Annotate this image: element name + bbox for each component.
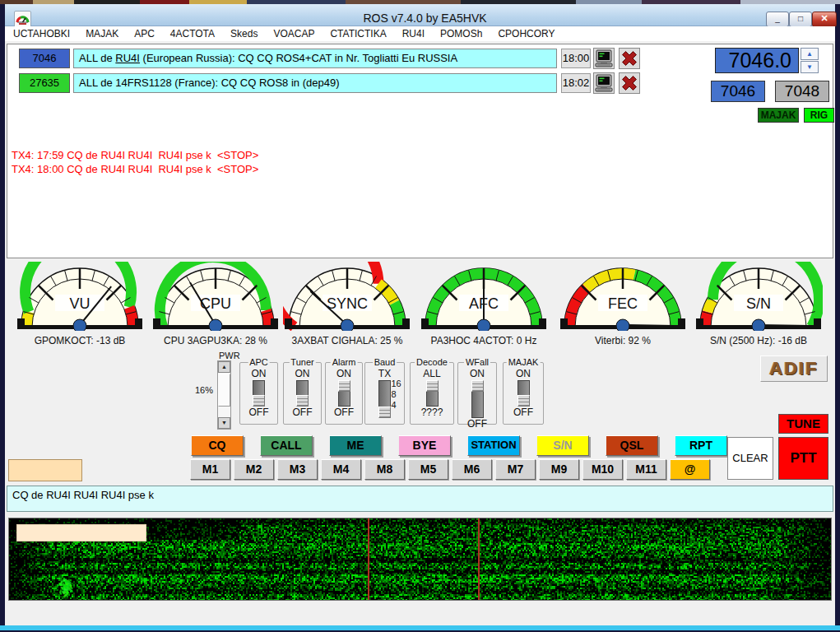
frequency-display[interactable]: 7046.0	[715, 48, 799, 73]
rx-message-row: 27635ALL de 14FRS1128 (France): CQ CQ RO…	[19, 73, 628, 93]
pwr-down-arrow[interactable]: ▼	[218, 417, 230, 429]
toggle-switch-baud[interactable]	[378, 380, 391, 418]
frequency-down-spinner[interactable]: ▼	[801, 61, 819, 73]
gauge-label: 3AXBAT CIGHALA: 25 %	[283, 335, 411, 346]
toggle-top-label: ON	[284, 368, 321, 379]
memory-button-m7[interactable]: M7	[495, 459, 536, 480]
ptt-button[interactable]: PTT	[778, 437, 828, 480]
macro-button-me[interactable]: ME	[329, 435, 382, 456]
close-button[interactable]: ✕	[812, 12, 837, 27]
delete-button[interactable]	[619, 72, 640, 94]
pwr-up-arrow[interactable]: ▲	[218, 361, 230, 373]
toggle-group-majak: MAJAKONOFF	[503, 362, 544, 425]
memory-button-m9[interactable]: M9	[539, 459, 579, 480]
toggle-top-label: ON	[240, 368, 277, 379]
rx-message-row: 7046ALL de RU4I (European Russia): CQ CQ…	[19, 49, 628, 68]
svg-text:VU: VU	[69, 295, 90, 312]
macro-button-call[interactable]: CALL	[260, 435, 313, 456]
gauge-sn: S/NS/N (2500 Hz): -16 dB	[694, 262, 823, 346]
rx-message-time: 18:00	[561, 49, 591, 68]
toggle-top-label: ON	[326, 368, 362, 379]
toggle-top-label: TX	[365, 368, 404, 379]
macro-button-cq[interactable]: CQ	[191, 435, 244, 456]
toggle-switch-wfall[interactable]	[471, 380, 484, 418]
monitor-button[interactable]	[593, 72, 615, 94]
menu-item-cpohcory[interactable]: CPOHCORY	[498, 28, 555, 40]
rx-message-text[interactable]: ALL de RU4I (European Russia): CQ CQ ROS…	[73, 49, 557, 68]
gauge-label: Viterbi: 92 %	[559, 335, 687, 346]
toggle-switch-majak[interactable]	[517, 380, 530, 407]
tx-message-input[interactable]: CQ de RU4I RU4I RU4I pse k	[7, 486, 833, 512]
toggle-bottom-label: OFF	[284, 407, 321, 418]
memory-button-m5[interactable]: M5	[408, 459, 448, 480]
macro-button-qsl[interactable]: QSL	[606, 435, 658, 456]
toggle-top-label: ALL	[411, 368, 453, 379]
toggle-bottom-label: OFF	[240, 407, 277, 418]
tx-log-line: TX4: 17:59 CQ de RU4I RU4I RU4I pse k <S…	[12, 149, 258, 161]
menu-item-pomosh[interactable]: POMOSh	[440, 28, 482, 40]
svg-text:FEC: FEC	[608, 295, 638, 312]
memory-button-m8[interactable]: M8	[364, 459, 405, 480]
toggle-bottom-label: OFF	[458, 418, 496, 430]
toggle-switch-decode[interactable]	[426, 380, 439, 407]
toggle-group-title: MAJAK	[507, 357, 541, 367]
memory-button-@[interactable]: @	[670, 459, 710, 480]
memory-button-m3[interactable]: M3	[277, 459, 318, 480]
adif-button[interactable]: ADIF	[760, 356, 828, 382]
macro-button-bye[interactable]: BYE	[398, 435, 451, 456]
macro-button-sn[interactable]: S/N	[536, 435, 589, 456]
pwr-slider[interactable]: ▲ ▼	[217, 360, 231, 430]
title-bar[interactable]: ROS v7.4.0 by EA5HVK _ □ ✕	[5, 4, 835, 26]
toggle-switch-tuner[interactable]	[296, 380, 309, 407]
menu-item-apc[interactable]: APC	[134, 28, 155, 40]
clear-button[interactable]: CLEAR	[727, 437, 773, 480]
memory-button-m10[interactable]: M10	[582, 459, 623, 480]
menu-item-skeds[interactable]: Skeds	[230, 28, 258, 40]
frequency-up-spinner[interactable]: ▲	[801, 48, 819, 60]
toggle-group-title: APC	[248, 357, 270, 367]
entry-box[interactable]	[8, 459, 82, 481]
memory-button-m11[interactable]: M11	[626, 459, 666, 480]
toggle-group-title: Baud	[373, 357, 397, 367]
menu-item-4actota[interactable]: 4ACTOTA	[170, 28, 215, 40]
toggle-switch-alarm[interactable]	[338, 380, 350, 407]
toggle-group-baud: BaudTX1684	[364, 362, 405, 425]
rx-message-text[interactable]: ALL de 14FRS1128 (France): CQ CQ ROS8 in…	[73, 73, 557, 93]
majak-button[interactable]: MAJAK	[758, 108, 799, 123]
pwr-slider-thumb[interactable]	[218, 374, 230, 407]
gauge-label: GPOMKOCT: -13 dB	[16, 335, 144, 346]
menu-item-majak[interactable]: MAJAK	[86, 28, 118, 40]
menu-item-voacap[interactable]: VOACAP	[273, 28, 314, 40]
toggle-bottom-label: OFF	[504, 407, 543, 418]
monitor-button[interactable]	[593, 48, 615, 69]
memory-button-m6[interactable]: M6	[452, 459, 492, 480]
maximize-button[interactable]: □	[789, 12, 812, 27]
macro-button-rpt[interactable]: RPT	[675, 435, 727, 456]
toggle-group-title: Tuner	[289, 357, 315, 367]
toggle-top-label: ON	[458, 368, 496, 379]
frequency-preset-7048[interactable]: 7048	[775, 81, 829, 102]
window-border-left	[0, 4, 5, 625]
menu-item-ctatictika[interactable]: CTATICTIKA	[330, 28, 386, 40]
frequency-preset-7046[interactable]: 7046	[711, 81, 765, 102]
baud-options: 1684	[392, 379, 401, 411]
memory-button-m1[interactable]: M1	[190, 459, 230, 480]
svg-text:SYNC: SYNC	[327, 295, 368, 312]
toggle-group-apc: APCONOFF	[239, 362, 278, 425]
toggle-group-wfall: WFallONOFF	[457, 362, 497, 425]
memory-button-m4[interactable]: M4	[321, 459, 361, 480]
toggle-switch-apc[interactable]	[253, 380, 265, 407]
minimize-button[interactable]: _	[766, 12, 789, 27]
menu-item-uctahobki[interactable]: UCTAHOBKI	[13, 28, 70, 40]
memory-button-m2[interactable]: M2	[234, 459, 274, 480]
delete-button[interactable]	[619, 48, 640, 69]
macro-button-station[interactable]: STATION	[467, 435, 520, 456]
window-border-right	[835, 4, 840, 625]
tune-button[interactable]: TUNE	[778, 414, 828, 434]
frequency-badge: 27635	[19, 73, 70, 93]
rig-button[interactable]: RIG	[804, 108, 834, 123]
gauge-vu: VUGPOMKOCT: -13 dB	[16, 262, 144, 346]
svg-text:CPU: CPU	[200, 295, 231, 312]
menu-item-ru4i[interactable]: RU4I	[402, 28, 425, 40]
rx-panel: 7046ALL de RU4I (European Russia): CQ CQ…	[7, 44, 833, 258]
